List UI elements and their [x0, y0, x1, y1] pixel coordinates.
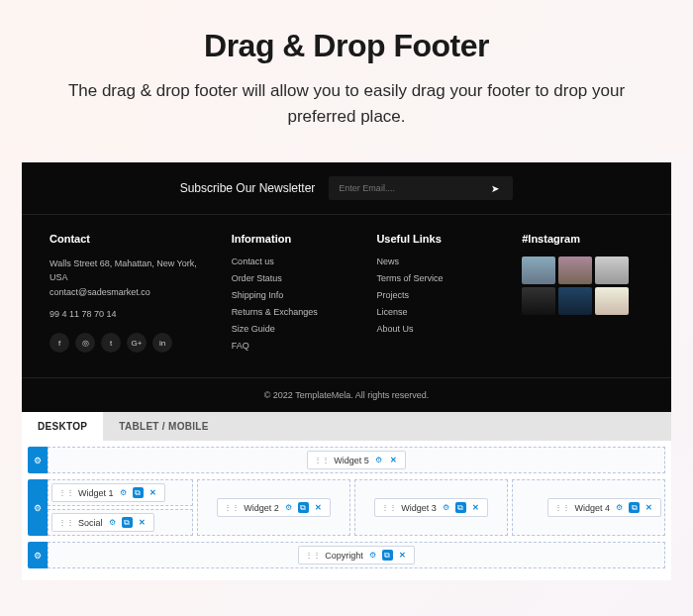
link-projects[interactable]: Projects: [376, 290, 498, 300]
footer-col-information: Information Contact us Order Status Ship…: [232, 233, 353, 358]
drag-handle-icon: ⋮⋮: [314, 456, 330, 464]
link-size-guide[interactable]: Size Guide: [232, 324, 353, 334]
useful-heading: Useful Links: [376, 233, 498, 245]
widget-settings-icon[interactable]: ⚙: [373, 455, 384, 465]
contact-phone: 99 4 11 78 70 14: [50, 309, 208, 319]
link-license[interactable]: License: [376, 307, 498, 317]
widget-delete-icon[interactable]: ✕: [137, 517, 148, 528]
widget-duplicate-icon[interactable]: ⧉: [298, 502, 309, 513]
googleplus-icon[interactable]: G+: [127, 333, 147, 353]
widget-1[interactable]: ⋮⋮ Widget 1 ⚙ ⧉ ✕: [51, 483, 165, 502]
twitter-icon[interactable]: t: [101, 333, 121, 353]
footer-col-instagram: #Instagram: [522, 233, 644, 358]
gear-icon: ⚙: [34, 551, 42, 561]
contact-heading: Contact: [50, 233, 208, 245]
send-icon: ➤: [491, 183, 499, 194]
page-title: Drag & Drop Footer: [59, 28, 634, 64]
widget-settings-icon[interactable]: ⚙: [283, 502, 294, 513]
footer-preview: Subscribe Our Newsletter ➤ Contact Walls…: [22, 162, 671, 412]
builder-cell[interactable]: ⋮⋮ Widget 5 ⚙ ✕: [48, 447, 665, 473]
widget-duplicate-icon[interactable]: ⧉: [629, 502, 640, 513]
drag-handle-icon: ⋮⋮: [305, 551, 321, 560]
link-faq[interactable]: FAQ: [232, 341, 353, 351]
newsletter-bar: Subscribe Our Newsletter ➤: [22, 162, 671, 215]
drag-handle-icon: ⋮⋮: [381, 503, 397, 512]
builder-cell[interactable]: ⋮⋮ Widget 3 ⚙ ⧉ ✕: [354, 479, 508, 536]
tab-tablet-mobile[interactable]: TABLET / MOBILE: [103, 412, 224, 441]
widget-duplicate-icon[interactable]: ⧉: [455, 502, 466, 513]
builder-cell[interactable]: ⋮⋮ Widget 4 ⚙ ⧉ ✕: [512, 479, 665, 536]
newsletter-email-input[interactable]: [329, 176, 477, 200]
builder-row: ⚙ ⋮⋮ Widget 1 ⚙ ⧉ ✕ ⋮⋮: [28, 479, 665, 536]
row-settings-button[interactable]: ⚙: [28, 542, 48, 568]
drag-handle-icon: ⋮⋮: [58, 518, 74, 527]
row-settings-button[interactable]: ⚙: [28, 447, 48, 473]
widget-settings-icon[interactable]: ⚙: [118, 487, 129, 498]
widget-label: Copyright: [325, 551, 363, 561]
builder-row: ⚙ ⋮⋮ Widget 5 ⚙ ✕: [28, 447, 665, 473]
widget-label: Widget 1: [78, 488, 114, 498]
footer-builder: DESKTOP TABLET / MOBILE ⚙ ⋮⋮ Widget 5 ⚙ …: [22, 412, 671, 580]
builder-cell[interactable]: ⋮⋮ Widget 1 ⚙ ⧉ ✕: [48, 479, 193, 506]
gear-icon: ⚙: [34, 456, 42, 465]
widget-duplicate-icon[interactable]: ⧉: [382, 550, 393, 561]
widget-delete-icon[interactable]: ✕: [644, 502, 654, 513]
link-order-status[interactable]: Order Status: [232, 273, 353, 283]
widget-delete-icon[interactable]: ✕: [148, 487, 158, 498]
page-subtitle: The drag & drop footer will allow you to…: [59, 78, 634, 129]
builder-cell[interactable]: ⋮⋮ Copyright ⚙ ⧉ ✕: [48, 542, 665, 568]
drag-handle-icon: ⋮⋮: [58, 488, 74, 497]
facebook-icon[interactable]: f: [50, 333, 69, 353]
link-shipping-info[interactable]: Shipping Info: [232, 290, 353, 300]
builder-cell[interactable]: ⋮⋮ Social ⚙ ⧉ ✕: [48, 509, 193, 536]
instagram-thumb[interactable]: [558, 257, 592, 284]
widget-delete-icon[interactable]: ✕: [470, 502, 481, 513]
contact-address: Walls Street 68, Mahattan, New York, USA: [50, 257, 208, 285]
widget-5[interactable]: ⋮⋮ Widget 5 ⚙ ✕: [307, 451, 406, 469]
widget-label: Widget 3: [401, 503, 437, 513]
instagram-thumb[interactable]: [595, 257, 629, 284]
builder-cell[interactable]: ⋮⋮ Widget 2 ⚙ ⧉ ✕: [197, 479, 350, 536]
gear-icon: ⚙: [34, 503, 42, 513]
widget-copyright[interactable]: ⋮⋮ Copyright ⚙ ⧉ ✕: [298, 546, 415, 565]
link-contact-us[interactable]: Contact us: [232, 257, 353, 266]
widget-3[interactable]: ⋮⋮ Widget 3 ⚙ ⧉ ✕: [374, 498, 488, 517]
newsletter-form: ➤: [329, 176, 513, 200]
builder-tabs: DESKTOP TABLET / MOBILE: [22, 412, 671, 441]
widget-2[interactable]: ⋮⋮ Widget 2 ⚙ ⧉ ✕: [217, 498, 331, 517]
widget-social[interactable]: ⋮⋮ Social ⚙ ⧉ ✕: [51, 513, 154, 532]
widget-delete-icon[interactable]: ✕: [388, 455, 399, 465]
footer-col-contact: Contact Walls Street 68, Mahattan, New Y…: [50, 233, 208, 358]
widget-settings-icon[interactable]: ⚙: [614, 502, 625, 513]
instagram-icon[interactable]: ◎: [75, 333, 95, 353]
widget-delete-icon[interactable]: ✕: [313, 502, 324, 513]
widget-settings-icon[interactable]: ⚙: [107, 517, 118, 528]
widget-settings-icon[interactable]: ⚙: [441, 502, 451, 513]
newsletter-submit-button[interactable]: ➤: [477, 183, 513, 194]
link-news[interactable]: News: [376, 257, 498, 266]
link-returns[interactable]: Returns & Exchanges: [232, 307, 353, 317]
footer-col-useful: Useful Links News Terms of Service Proje…: [376, 233, 498, 358]
newsletter-label: Subscribe Our Newsletter: [180, 181, 316, 195]
widget-delete-icon[interactable]: ✕: [397, 550, 408, 561]
row-settings-button[interactable]: ⚙: [28, 479, 48, 536]
widget-label: Social: [78, 518, 103, 528]
instagram-thumb[interactable]: [522, 287, 555, 315]
drag-handle-icon: ⋮⋮: [224, 503, 240, 512]
tab-desktop[interactable]: DESKTOP: [22, 412, 103, 441]
instagram-heading: #Instagram: [522, 233, 644, 245]
instagram-grid: [522, 257, 644, 315]
instagram-thumb[interactable]: [595, 287, 629, 315]
instagram-thumb[interactable]: [558, 287, 592, 315]
builder-body: ⚙ ⋮⋮ Widget 5 ⚙ ✕ ⚙ ⋮⋮: [22, 441, 671, 580]
builder-row: ⚙ ⋮⋮ Copyright ⚙ ⧉ ✕: [28, 542, 665, 568]
widget-duplicate-icon[interactable]: ⧉: [133, 487, 144, 498]
widget-settings-icon[interactable]: ⚙: [367, 550, 378, 561]
link-about[interactable]: About Us: [376, 324, 498, 334]
copyright-text: © 2022 TemplateMela. All rights reserved…: [22, 377, 671, 412]
instagram-thumb[interactable]: [522, 257, 555, 284]
widget-4[interactable]: ⋮⋮ Widget 4 ⚙ ⧉ ✕: [547, 498, 661, 517]
linkedin-icon[interactable]: in: [152, 333, 172, 353]
link-terms[interactable]: Terms of Service: [376, 273, 498, 283]
widget-duplicate-icon[interactable]: ⧉: [122, 517, 133, 528]
